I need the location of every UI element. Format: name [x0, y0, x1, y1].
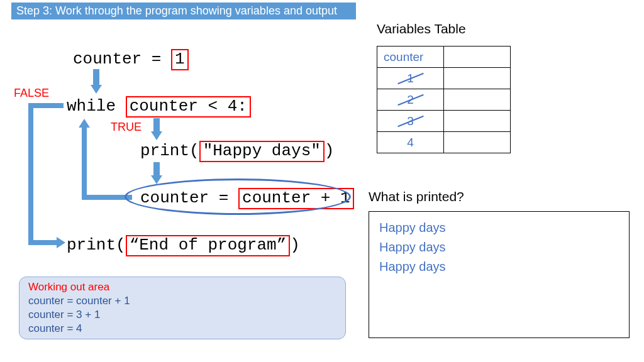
- working-out-area: Working out area counter = counter + 1 c…: [19, 277, 346, 339]
- arrow-down-icon: [153, 118, 160, 132]
- step-header: Step 3: Work through the program showing…: [11, 3, 356, 19]
- arrow-down-icon: [93, 69, 99, 85]
- code-line-2: while counter < 4:: [67, 96, 251, 118]
- arrow-head-icon: [57, 237, 65, 248]
- printed-box: Happy days Happy days Happy days: [369, 211, 630, 338]
- code-line-1: counter = 1: [73, 49, 189, 70]
- vt-cell: [444, 132, 511, 153]
- arrow-segment: [82, 127, 87, 200]
- vt-cell: [444, 111, 511, 132]
- literal-box: 1: [171, 49, 189, 70]
- vt-cell: [444, 68, 511, 89]
- arrow-segment: [28, 103, 33, 245]
- arrow-head-icon: [79, 119, 90, 128]
- code-line-3: print("Happy days"): [140, 141, 334, 162]
- working-title: Working out area: [28, 280, 336, 294]
- vt-value: 4: [407, 136, 414, 149]
- false-label: FALSE: [14, 87, 49, 100]
- printed-line: Happy days: [379, 257, 619, 277]
- string-box: "Happy days": [199, 141, 325, 162]
- arrow-head-icon: [91, 85, 102, 94]
- code-text: print(: [140, 141, 199, 160]
- highlight-ellipse: [125, 178, 351, 215]
- working-line: counter = 3 + 1: [28, 308, 336, 322]
- code-line-5: print(“End of program”): [67, 235, 300, 256]
- string-box: “End of program”: [126, 235, 291, 256]
- code-text: print(: [67, 236, 126, 255]
- vt-cell: 1: [377, 68, 444, 89]
- printed-line: Happy days: [379, 218, 619, 238]
- code-text: counter =: [73, 50, 171, 69]
- variables-table-title: Variables Table: [377, 21, 466, 36]
- arrow-down-icon: [153, 162, 160, 176]
- true-label: TRUE: [111, 121, 142, 134]
- arrow-segment: [28, 240, 57, 245]
- vt-cell: 3: [377, 111, 444, 132]
- working-line: counter = counter + 1: [28, 294, 336, 308]
- arrow-segment: [28, 103, 64, 108]
- vt-header: counter: [377, 47, 444, 68]
- vt-cell: 4: [377, 132, 444, 153]
- variables-table: counter 1 2 3 4: [377, 46, 511, 153]
- arrow-head-icon: [151, 131, 162, 140]
- code-text: ): [290, 236, 300, 255]
- working-line: counter = 4: [28, 322, 336, 336]
- vt-cell: [444, 89, 511, 111]
- printed-title: What is printed?: [369, 189, 464, 204]
- code-text: while: [67, 97, 126, 116]
- vt-cell: [444, 47, 511, 68]
- condition-box: counter < 4:: [126, 96, 251, 118]
- code-text: ): [325, 141, 335, 160]
- printed-line: Happy days: [379, 238, 619, 257]
- vt-cell: 2: [377, 89, 444, 111]
